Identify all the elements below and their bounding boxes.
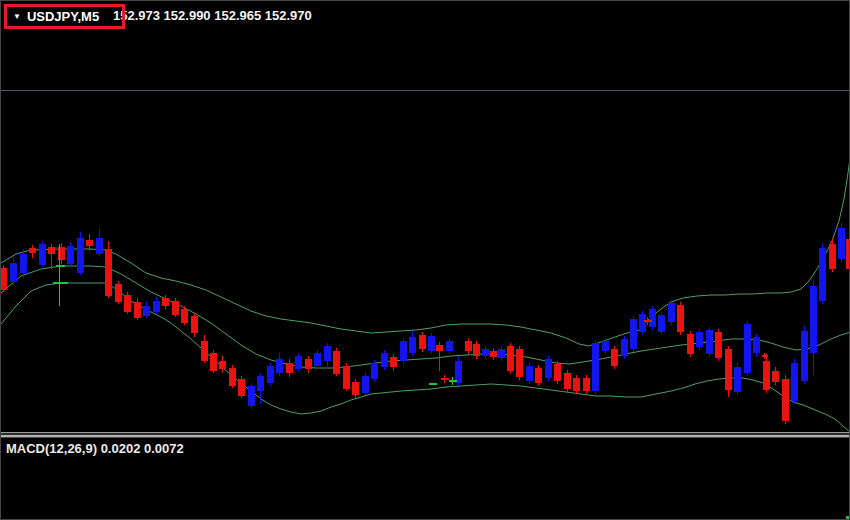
candle-body	[286, 363, 293, 373]
candle-body	[20, 254, 27, 273]
candle-body	[455, 361, 462, 383]
candle-body	[482, 349, 489, 356]
candle-body	[105, 249, 112, 296]
candle-body	[753, 337, 760, 353]
candle-body	[490, 351, 497, 357]
candle-body	[314, 353, 321, 366]
candle-body	[39, 244, 46, 265]
candle-body	[96, 238, 103, 254]
candle-body	[381, 353, 388, 367]
chart-window: ▼ USDJPY,M5 152.973 152.990 152.965 152.…	[0, 0, 850, 520]
candle-body	[535, 368, 542, 383]
candle-body	[564, 373, 571, 389]
candle-body	[143, 306, 150, 316]
candle-body	[465, 341, 472, 351]
candle-body	[639, 314, 646, 332]
candle-body	[554, 364, 561, 381]
candle-body	[602, 341, 609, 351]
candle-body	[86, 240, 93, 246]
candle-body	[782, 379, 789, 421]
candle-body	[276, 359, 283, 373]
candle-body	[446, 341, 453, 351]
candle-body	[305, 359, 312, 369]
candle-body	[573, 378, 580, 391]
ohlc-values: 152.973 152.990 152.965 152.970	[113, 8, 312, 23]
candle-body	[419, 335, 426, 349]
candle-body	[352, 382, 359, 395]
candle-body	[267, 366, 274, 383]
candle-body	[696, 332, 703, 347]
macd-indicator-label: MACD(12,26,9) 0.0202 0.0072	[6, 441, 184, 456]
annotation-box: ▼ USDJPY,M5	[4, 4, 125, 29]
candle-body	[153, 301, 160, 312]
candle-body	[630, 319, 637, 349]
candle-body	[400, 341, 407, 361]
candle-body	[801, 331, 808, 381]
bollinger-upper-band	[1, 151, 850, 346]
candle-body	[238, 379, 245, 396]
candle-body	[810, 286, 817, 353]
candle-body	[124, 295, 131, 312]
candle-body	[611, 349, 618, 366]
candle-body	[592, 343, 599, 391]
candle-body	[819, 248, 826, 301]
candle-body	[621, 339, 628, 356]
candle-body	[744, 324, 751, 373]
candle-body	[29, 248, 36, 253]
candle-body	[67, 246, 74, 264]
candle-body	[677, 305, 684, 332]
candle-body	[772, 371, 779, 382]
candle-body	[134, 302, 141, 318]
candle-body	[473, 344, 480, 356]
candle-body	[658, 315, 665, 332]
candle-body	[545, 359, 552, 378]
candle-body	[191, 316, 198, 333]
candle-body	[210, 353, 217, 371]
macd-line-start	[846, 516, 849, 520]
candle-body	[257, 376, 264, 391]
candle-body	[295, 356, 302, 369]
candle-body	[362, 376, 369, 393]
candle-body	[838, 228, 845, 259]
candle-body	[668, 303, 675, 322]
candle-body	[409, 337, 416, 353]
candle-body	[324, 346, 331, 361]
candle-body	[734, 367, 741, 392]
candle-body	[687, 334, 694, 354]
candle-body	[507, 346, 514, 371]
candle-body	[162, 298, 169, 306]
candle-body	[248, 386, 255, 406]
candle-body	[498, 349, 505, 358]
symbol-dropdown-icon[interactable]: ▼	[13, 13, 21, 21]
candle-body	[1, 268, 7, 290]
candle-body	[115, 284, 122, 302]
candle-body	[48, 247, 55, 254]
candle-body	[219, 361, 226, 369]
candle-body	[10, 263, 17, 282]
candle-body	[428, 336, 435, 351]
candle-body	[516, 349, 523, 377]
candle-body	[181, 309, 188, 323]
candle-body	[343, 366, 350, 389]
pane-separator[interactable]	[1, 432, 850, 438]
candle-body	[715, 332, 722, 358]
candle-body	[172, 301, 179, 315]
candle-body	[846, 239, 850, 269]
candle-body	[229, 368, 236, 386]
candle-body	[649, 309, 656, 327]
symbol-label: USDJPY,M5	[27, 9, 99, 24]
candle-body	[526, 366, 533, 381]
candle-body	[583, 378, 590, 391]
candle-body	[201, 341, 208, 361]
bollinger-middle-band	[1, 266, 850, 368]
candle-body	[829, 244, 836, 269]
candle-body	[763, 361, 770, 390]
candle-body	[77, 238, 84, 273]
candle-body	[791, 363, 798, 401]
candle-body	[371, 363, 378, 379]
candle-body	[333, 351, 340, 374]
candle-body	[390, 357, 397, 367]
candle-body	[706, 330, 713, 354]
candle-body	[725, 349, 732, 390]
candle-body	[436, 345, 443, 351]
